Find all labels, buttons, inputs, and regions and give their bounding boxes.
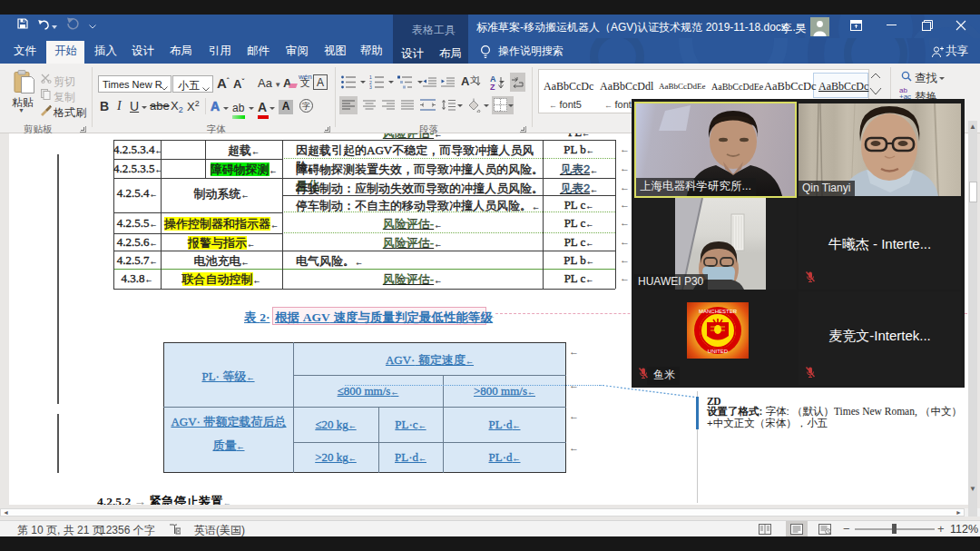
svg-text:Z: Z [490, 83, 495, 91]
svg-text:A: A [461, 74, 470, 88]
svg-text:3: 3 [369, 84, 372, 89]
svg-text:UNITED: UNITED [708, 349, 729, 354]
svg-text:MANCHESTER: MANCHESTER [699, 309, 738, 314]
